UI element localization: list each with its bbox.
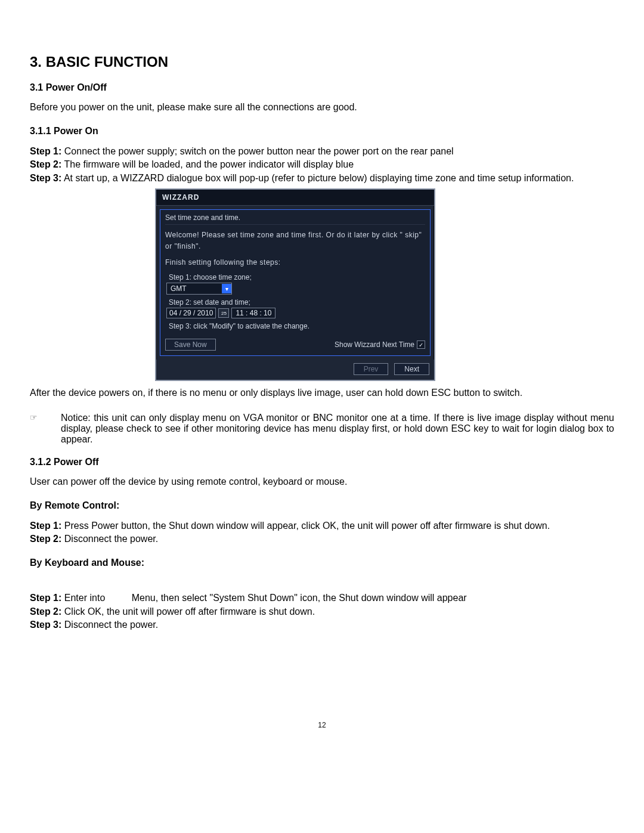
notice-text: Notice: this unit can only display menu … (61, 413, 614, 445)
by-keyboard-mouse: By Keyboard and Mouse: (30, 558, 614, 568)
step-text: Disconnect the power. (61, 534, 158, 544)
chevron-down-icon[interactable]: ▾ (222, 284, 231, 293)
after-power-on: After the device powers on, if there is … (30, 387, 614, 400)
step-label: Step 3: (30, 173, 61, 183)
time-input[interactable]: 11 : 48 : 10 (231, 308, 275, 318)
step-label: Step 1: (30, 521, 61, 531)
wizzard-step1-label: Step 1: choose time zone; (169, 273, 425, 281)
step-text: At start up, a WIZZARD dialogue box will… (61, 173, 574, 183)
km-step2: Step 2: Click OK, the unit will power of… (30, 605, 614, 618)
step-text: Connect the power supply; switch on the … (61, 146, 453, 156)
step-label: Step 1: (30, 146, 61, 156)
power-on-step3: Step 3: At start up, a WIZZARD dialogue … (30, 172, 614, 185)
power-on-step2: Step 2: The firmware will be loaded, and… (30, 158, 614, 171)
wizzard-welcome: Welcome! Please set time zone and time f… (165, 230, 425, 252)
next-button[interactable]: Next (394, 363, 429, 375)
step-text: Menu, then select "System Shut Down" ico… (132, 593, 467, 603)
wizzard-subtitle: Set time zone and time. (165, 213, 425, 225)
power-on-step1: Step 1: Connect the power supply; switch… (30, 145, 614, 158)
step-text: Press Power button, the Shut down window… (61, 521, 550, 531)
step-label: Step 1: (30, 593, 61, 603)
rc-step1: Step 1: Press Power button, the Shut dow… (30, 519, 614, 532)
show-next-label: Show Wizzard Next Time (335, 340, 414, 349)
step-text: Enter into (61, 593, 105, 603)
power-off-intro: User can power off the device by using r… (30, 476, 614, 488)
step-label: Step 2: (30, 534, 61, 544)
section-3-1: 3.1 Power On/Off (30, 82, 614, 93)
rc-step2: Step 2: Disconnect the power. (30, 532, 614, 546)
wizzard-step2-label: Step 2: set date and time; (169, 298, 425, 306)
wizzard-dialog: WIZZARD Set time zone and time. Welcome!… (155, 188, 435, 382)
intro-text: Before you power on the unit, please mak… (30, 101, 614, 114)
step-text: The firmware will be loaded, and the pow… (61, 159, 354, 169)
step-label: Step 2: (30, 606, 61, 617)
km-step1: Step 1: Enter into Menu, then select "Sy… (30, 592, 614, 605)
wizzard-title: WIZZARD (156, 190, 434, 206)
step-text: Disconnect the power. (61, 620, 158, 630)
calendar-icon[interactable]: 25 (218, 308, 229, 318)
wizzard-follow: Finish setting following the steps: (165, 257, 425, 268)
date-input[interactable]: 04 / 29 / 2010 (166, 308, 216, 318)
prev-button[interactable]: Prev (354, 363, 389, 375)
save-now-button[interactable]: Save Now (165, 339, 216, 351)
step-label: Step 3: (30, 620, 61, 630)
section-3-1-1: 3.1.1 Power On (30, 126, 614, 137)
wizzard-step3-label: Step 3: click "Modify" to activate the c… (169, 322, 425, 330)
main-heading: 3. BASIC FUNCTION (30, 54, 614, 70)
by-remote-control: By Remote Control: (30, 500, 614, 511)
section-3-1-2: 3.1.2 Power Off (30, 457, 614, 467)
hand-icon: ☞ (30, 413, 61, 422)
step-text: Click OK, the unit will power off after … (61, 606, 315, 617)
timezone-value: GMT (171, 284, 187, 293)
page-number: 12 (30, 721, 614, 729)
step-label: Step 2: (30, 159, 61, 169)
show-next-checkbox[interactable]: ✓ (417, 340, 425, 349)
km-step3: Step 3: Disconnect the power. (30, 618, 614, 631)
timezone-select[interactable]: GMT ▾ (166, 283, 232, 295)
